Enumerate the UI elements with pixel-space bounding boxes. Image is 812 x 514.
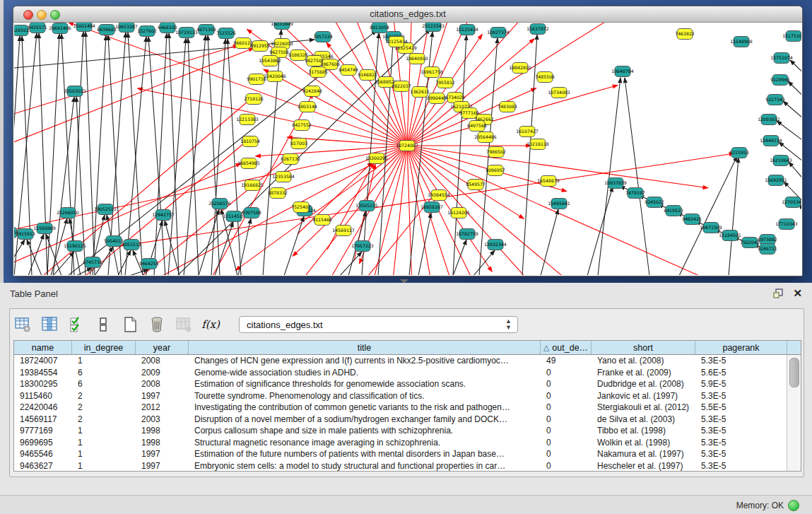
- table-row[interactable]: 946554611997Estimation of the future num…: [14, 448, 801, 460]
- table-cell[interactable]: 14569117: [14, 414, 72, 424]
- table-cell[interactable]: 1997: [136, 449, 189, 459]
- table-row[interactable]: 1456911722003Disruption of a novel membe…: [14, 414, 801, 426]
- table-cell[interactable]: Disruption of a novel member of a sodium…: [189, 414, 541, 424]
- table-cell[interactable]: Changes of HCN gene expression and I(f) …: [189, 356, 541, 366]
- table-cell[interactable]: Wolkin et al. (1998): [592, 438, 695, 448]
- attribute-table[interactable]: namein_degreeyeartitle△out_de…shortpager…: [13, 340, 801, 472]
- table-cell[interactable]: 1: [72, 449, 136, 459]
- column-header-short[interactable]: short: [592, 341, 695, 354]
- table-cell[interactable]: 1997: [136, 461, 189, 471]
- table-cell[interactable]: Structural magnetic resonance image aver…: [189, 438, 541, 448]
- table-row[interactable]: 1938455462009Genome-wide association stu…: [14, 367, 801, 379]
- table-header-row[interactable]: namein_degreeyeartitle△out_de…shortpager…: [14, 341, 801, 355]
- table-cell[interactable]: 1: [72, 438, 136, 448]
- table-cell[interactable]: 0: [541, 449, 592, 459]
- table-cell[interactable]: 5.9E-5: [695, 379, 787, 389]
- table-cell[interactable]: 0: [541, 379, 592, 389]
- column-header-year[interactable]: year: [136, 341, 189, 354]
- table-cell[interactable]: 1: [72, 426, 136, 436]
- table-row[interactable]: 1830029562008Estimation of significance …: [14, 378, 801, 390]
- citation-network-graph[interactable]: 1626501194355712069140611601494863968310…: [14, 23, 801, 275]
- table-row[interactable]: 977716911998Corpus callosum shape and si…: [14, 425, 801, 437]
- table-row[interactable]: 946362711997Embryonic stem cells: a mode…: [14, 460, 801, 472]
- table-cell[interactable]: 5.6E-5: [695, 368, 787, 378]
- column-header-in_degree[interactable]: in_degree: [72, 341, 136, 354]
- table-cell[interactable]: 5.3E-5: [695, 461, 787, 471]
- column-header-name[interactable]: name: [14, 341, 72, 354]
- table-cell[interactable]: 0: [541, 426, 592, 436]
- table-cell[interactable]: de Silva et al. (2003): [592, 414, 695, 424]
- table-cell[interactable]: 1: [72, 461, 136, 471]
- table-cell[interactable]: Nakamura et al. (1997): [592, 449, 695, 459]
- delete-table-icon[interactable]: [148, 316, 165, 333]
- table-row[interactable]: 2242004622012Investigating the contribut…: [14, 402, 801, 414]
- table-cell[interactable]: 9463627: [14, 461, 72, 471]
- table-cell[interactable]: Hescheler et al. (1997): [592, 461, 695, 471]
- table-cell[interactable]: 18724007: [14, 356, 72, 366]
- table-cell[interactable]: 5.5E-5: [695, 402, 787, 412]
- table-cell[interactable]: 6: [72, 368, 136, 378]
- table-cell[interactable]: 19384554: [14, 368, 72, 378]
- window-titlebar[interactable]: citations_edges.txt: [13, 6, 802, 23]
- table-cell[interactable]: 0: [541, 461, 592, 471]
- table-cell[interactable]: Genome-wide association studies in ADHD.: [189, 368, 541, 378]
- float-panel-icon[interactable]: [772, 288, 784, 299]
- show-columns-icon[interactable]: [41, 316, 58, 333]
- table-cell[interactable]: 18300295: [14, 379, 72, 389]
- row-height-icon[interactable]: [95, 316, 112, 333]
- table-cell[interactable]: Estimation of the future numbers of pati…: [189, 449, 541, 459]
- table-cell[interactable]: 5.3E-5: [695, 426, 787, 436]
- table-cell[interactable]: 2008: [136, 356, 189, 366]
- table-cell[interactable]: Tourette syndrome. Phenomenology and cla…: [189, 391, 541, 401]
- table-cell[interactable]: 0: [541, 391, 592, 401]
- table-cell[interactable]: Jankovic et al. (1997): [592, 391, 695, 401]
- table-row[interactable]: 911546021997Tourette syndrome. Phenomeno…: [14, 390, 801, 402]
- table-cell[interactable]: 5.3E-5: [695, 449, 787, 459]
- table-cell[interactable]: 2003: [136, 414, 189, 424]
- table-cell[interactable]: Stergiakouli et al. (2012): [592, 402, 695, 412]
- function-builder-icon[interactable]: f(x): [202, 316, 219, 333]
- table-cell[interactable]: Investigating the contribution of common…: [189, 402, 541, 412]
- table-cell[interactable]: 9115460: [14, 391, 72, 401]
- table-selector-dropdown[interactable]: citations_edges.txt ▲▼: [239, 316, 518, 333]
- table-cell[interactable]: 22420046: [14, 402, 72, 412]
- table-cell[interactable]: 9465546: [14, 449, 72, 459]
- table-cell[interactable]: 1998: [136, 426, 189, 436]
- table-cell[interactable]: 2: [72, 402, 136, 412]
- table-cell[interactable]: Estimation of significance thresholds fo…: [189, 379, 541, 389]
- table-cell[interactable]: 0: [541, 414, 592, 424]
- table-cell[interactable]: 5.3E-5: [695, 438, 787, 448]
- table-cell[interactable]: Tibbo et al. (1998): [592, 426, 695, 436]
- vertical-scrollbar[interactable]: [787, 355, 801, 471]
- network-canvas[interactable]: 1626501194355712069140611601494863968310…: [14, 23, 801, 275]
- scrollbar-thumb[interactable]: [789, 358, 799, 387]
- network-window[interactable]: citations_edges.txt 16265011943557120691…: [13, 6, 803, 276]
- table-cell[interactable]: 2008: [136, 379, 189, 389]
- table-cell[interactable]: Yano et al. (2008): [592, 356, 695, 366]
- table-cell[interactable]: 0: [541, 438, 592, 448]
- table-cell[interactable]: 2009: [136, 368, 189, 378]
- column-header-pagerank[interactable]: pagerank: [695, 341, 787, 354]
- table-cell[interactable]: 2012: [136, 402, 189, 412]
- table-cell[interactable]: 2: [72, 414, 136, 424]
- table-cell[interactable]: Dudbridge et al. (2008): [592, 379, 695, 389]
- table-cell[interactable]: 1998: [136, 438, 189, 448]
- table-cell[interactable]: 9699695: [14, 438, 72, 448]
- table-row[interactable]: 1872400712008Changes of HCN gene express…: [14, 355, 801, 367]
- table-cell[interactable]: 1997: [136, 391, 189, 401]
- table-cell[interactable]: Embryonic stem cells: a model to study s…: [189, 461, 541, 471]
- table-cell[interactable]: 5.3E-5: [695, 356, 787, 366]
- table-cell[interactable]: 49: [541, 356, 592, 366]
- column-header-title[interactable]: title: [189, 341, 541, 354]
- table-cell[interactable]: 0: [541, 402, 592, 412]
- column-header-out_de[interactable]: △out_de…: [541, 341, 592, 354]
- select-rows-icon[interactable]: [68, 316, 85, 333]
- table-settings-icon[interactable]: [14, 316, 31, 333]
- table-cell[interactable]: 6: [72, 379, 136, 389]
- table-cell[interactable]: 9777169: [14, 426, 72, 436]
- table-cell[interactable]: 5.3E-5: [695, 391, 787, 401]
- table-row[interactable]: 969969511998Structural magnetic resonanc…: [14, 437, 801, 449]
- table-cell[interactable]: 0: [541, 368, 592, 378]
- table-cell[interactable]: 2: [72, 391, 136, 401]
- table-cell[interactable]: Corpus callosum shape and size in male p…: [189, 426, 541, 436]
